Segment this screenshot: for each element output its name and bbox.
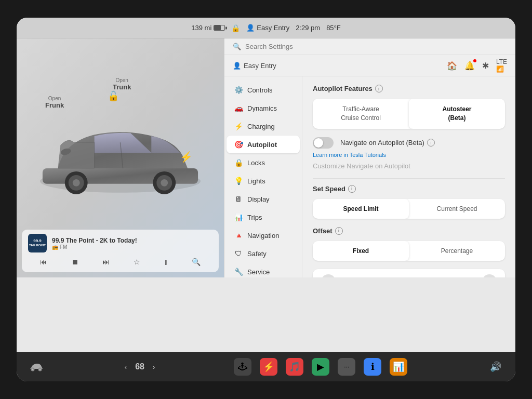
taskbar-play-app[interactable]: ▶ [312,358,329,376]
music-title: 99.9 The Point - 2K to Today! [52,237,212,244]
volume-icon: 🔊 [490,361,501,373]
navigation-label: Navigation [247,232,279,240]
sidebar-item-safety[interactable]: 🛡 Safety [227,245,300,262]
taskbar-bars-app[interactable]: 📊 [390,358,407,376]
percentage-button[interactable]: Percentage [409,241,505,261]
sidebar-item-autopilot[interactable]: 🎯 Autopilot [227,136,300,153]
taskbar-volume-icon[interactable]: 🔊 [486,357,505,376]
unlock-icon: 🔓 [108,90,119,102]
learn-more-link[interactable]: Learn more in Tesla Tutorials [313,152,505,158]
offset-increase-button[interactable]: + [482,274,497,277]
speed-limit-button[interactable]: Speed Limit [313,199,409,219]
cruise-control-button[interactable]: Traffic-AwareCruise Control [313,99,409,129]
fixed-button[interactable]: Fixed [313,241,409,261]
temp-up-arrow[interactable]: › [153,363,155,371]
sidebar-item-dynamics[interactable]: 🚗 Dynamics [227,99,300,117]
lights-label: Lights [247,177,265,185]
dynamics-label: Dynamics [247,104,277,112]
navigate-info-icon[interactable]: i [427,139,435,147]
svg-point-5 [73,179,80,187]
bluetooth-icon[interactable]: ✱ [482,61,489,71]
search-bar: 🔍 [224,38,515,55]
offset-title: Offset i [313,227,505,235]
music-prev-button[interactable]: ⏮ [36,256,51,268]
taskbar-apps-group: 🕹 ⚡ 🎵 ▶ ··· ℹ 📊 [234,358,407,376]
sidebar-item-locks[interactable]: 🔒 Locks [227,154,300,171]
taskbar: ‹ 68 › 🕹 ⚡ 🎵 ▶ ··· ℹ 📊 🔊 [17,352,515,381]
taskbar-info-app[interactable]: ℹ [364,358,381,376]
autopilot-features-title: Autopilot Features i [313,85,505,92]
logo-line2: THE POINT [29,244,46,247]
search-input[interactable] [245,43,507,50]
set-speed-title: Set Speed i [313,185,505,193]
status-bar: 139 mi 🔒 👤 Easy Entry 2:29 pm 85°F [17,18,515,38]
customize-link[interactable]: Customize Navigate on Autopilot [313,162,505,170]
sidebar-item-charging[interactable]: ⚡ Charging [227,117,300,135]
set-speed-info-icon[interactable]: i [348,185,356,193]
home-icon[interactable]: 🏠 [447,61,457,71]
navigate-autopilot-row: Navigate on Autopilot (Beta) i [313,137,505,149]
car-image: ⚡ [27,101,214,215]
autosteer-button[interactable]: Autosteer(Beta) [409,99,505,129]
sidebar-item-trips[interactable]: 📊 Trips [227,208,300,226]
person-icon: 👤 [246,24,255,32]
navigate-text: Navigate on Autopilot (Beta) [340,139,424,147]
easy-entry-header-label: 👤 Easy Entry [233,62,276,70]
music-stop-button[interactable]: ⏹ [67,256,83,268]
music-favorite-button[interactable]: ☆ [129,256,144,268]
sidebar-item-service[interactable]: 🔧 Service [227,263,300,277]
settings-panel: 🔍 👤 Easy Entry 🏠 🔔 ✱ [224,38,515,277]
battery-icon [214,25,225,31]
top-panel: Open Frunk 🔓 Open Trunk [17,38,515,277]
easy-entry-status: 👤 Easy Entry [246,24,289,32]
offset-decrease-button[interactable]: − [321,274,336,277]
music-search-button[interactable]: 🔍 [188,256,205,268]
music-info: 99.9 The Point - 2K to Today! 📻 FM [52,237,212,250]
navigate-label: Navigate on Autopilot (Beta) i [313,137,435,149]
taskbar-dots-app[interactable]: ··· [338,358,355,376]
main-content: Open Frunk 🔓 Open Trunk [17,38,515,352]
taskbar-left-group [27,357,46,376]
search-icon: 🔍 [233,43,241,50]
taskbar-right-group: 🔊 [486,357,505,376]
sidebar-item-lights[interactable]: 💡 Lights [227,172,300,190]
dynamics-icon: 🚗 [234,104,243,112]
taskbar-music-app[interactable]: 🎵 [286,358,303,376]
sidebar-item-controls[interactable]: ⚙️ Controls [227,81,300,99]
navigate-toggle[interactable] [313,137,334,149]
person-icon-header: 👤 [233,62,241,70]
current-speed-button[interactable]: Current Speed [409,199,505,219]
trunk-open-label: Open [113,77,131,83]
music-next-button[interactable]: ⏭ [98,256,114,268]
battery-text: 139 mi [191,24,211,32]
trips-label: Trips [247,214,262,221]
taskbar-center-group: ‹ 68 › [125,362,155,371]
easy-entry-text: Easy Entry [244,62,276,70]
taskbar-lightning-app[interactable]: ⚡ [260,358,277,376]
sidebar: ⚙️ Controls 🚗 Dynamics ⚡ Charging 🎯 [224,76,302,277]
autopilot-icon: 🎯 [234,140,243,149]
signal-icon: LTE📶 [496,58,507,73]
svg-point-13 [32,369,34,370]
taskbar-car-icon[interactable] [27,357,46,376]
divider1 [313,178,505,179]
svg-point-8 [161,179,168,187]
temperature-display: 85°F [326,24,341,32]
trunk-label: Trunk [113,83,131,91]
safety-label: Safety [247,250,267,258]
temp-down-arrow[interactable]: ‹ [125,363,127,371]
battery-info: 139 mi [191,24,225,32]
autopilot-info-icon[interactable]: i [375,85,383,92]
music-equalizer-button[interactable]: ⫿ [160,256,172,268]
autopilot-feature-group: Traffic-AwareCruise Control Autosteer(Be… [313,99,505,129]
sidebar-item-navigation[interactable]: 🔺 Navigation [227,227,300,244]
bell-icon[interactable]: 🔔 [464,61,475,71]
locks-label: Locks [247,159,265,167]
sidebar-item-display[interactable]: 🖥 Display [227,190,300,208]
autopilot-content: Autopilot Features i Traffic-AwareCruise… [302,76,515,277]
taskbar-joystick-app[interactable]: 🕹 [234,358,251,376]
autopilot-label: Autopilot [247,141,277,149]
car-panel: Open Frunk 🔓 Open Trunk [17,38,224,277]
offset-info-icon[interactable]: i [335,227,343,235]
open-trunk-button[interactable]: Open Trunk [113,77,131,91]
